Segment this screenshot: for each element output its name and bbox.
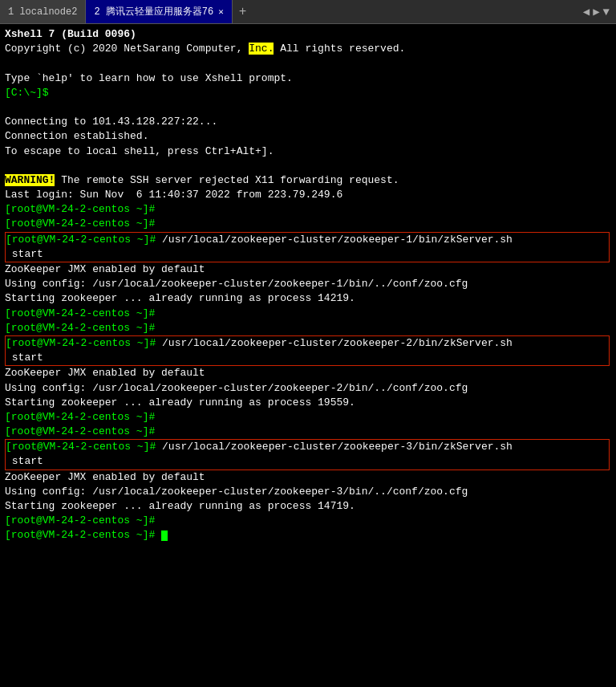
terminal-line: Xshell 7 (Build 0096)	[5, 27, 611, 42]
tab-tencent[interactable]: 2 腾讯云轻量应用服务器76 ✕	[86, 0, 232, 23]
terminal-line: Using config: /usr/local/zookeeper-clust…	[5, 381, 611, 396]
terminal-line-empty	[5, 56, 611, 71]
tab-bar: 1 localnode2 2 腾讯云轻量应用服务器76 ✕ + ◀ ▶ ▼	[0, 0, 616, 24]
terminal-line: ZooKeeper JMX enabled by default	[5, 470, 611, 485]
terminal-line: Starting zookeeper ... already running a…	[5, 499, 611, 514]
terminal-active-prompt: [root@VM-24-2-centos ~]#	[5, 528, 611, 543]
terminal-line: Connecting to 101.43.128.227:22...	[5, 115, 611, 129]
terminal-prompt-line: [root@VM-24-2-centos ~]#	[5, 321, 611, 335]
tab-nav-left[interactable]: ◀	[583, 5, 590, 18]
terminal-line: Connection established.	[5, 129, 611, 144]
tab-tencent-close[interactable]: ✕	[218, 6, 224, 17]
terminal-area[interactable]: Xshell 7 (Build 0096) Copyright (c) 2020…	[0, 24, 616, 687]
terminal-line: Using config: /usr/local/zookeeper-clust…	[5, 485, 611, 499]
terminal-line: Copyright (c) 2020 NetSarang Computer, I…	[5, 42, 611, 56]
tab-add-button[interactable]: +	[233, 0, 253, 23]
command-block-1: [root@VM-24-2-centos ~]# /usr/local/zook…	[5, 232, 610, 262]
terminal-line: ZooKeeper JMX enabled by default	[5, 262, 611, 277]
terminal-prompt-line: [root@VM-24-2-centos ~]#	[5, 514, 611, 528]
terminal-line: Last login: Sun Nov 6 11:40:37 2022 from…	[5, 188, 611, 202]
terminal-line: To escape to local shell, press Ctrl+Alt…	[5, 144, 611, 159]
tab-tencent-label: 2 腾讯云轻量应用服务器76	[94, 5, 213, 18]
terminal-line-empty	[5, 100, 611, 115]
command-block-3: [root@VM-24-2-centos ~]# /usr/local/zook…	[5, 439, 610, 470]
terminal-prompt-line: [root@VM-24-2-centos ~]#	[5, 307, 611, 321]
terminal-line: Starting zookeeper ... already running a…	[5, 291, 611, 306]
tab-localnode2-label: 1 localnode2	[8, 6, 77, 18]
terminal-line: ZooKeeper JMX enabled by default	[5, 366, 611, 380]
terminal-prompt-line: [root@VM-24-2-centos ~]#	[5, 217, 611, 231]
terminal-line: Type `help' to learn how to use Xshell p…	[5, 71, 611, 86]
terminal-line: Starting zookeeper ... already running a…	[5, 396, 611, 410]
tab-nav-dropdown[interactable]: ▼	[603, 6, 610, 18]
command-block-2: [root@VM-24-2-centos ~]# /usr/local/zook…	[5, 335, 610, 366]
terminal-line-empty	[5, 159, 611, 173]
terminal-prompt-line: [root@VM-24-2-centos ~]#	[5, 425, 611, 439]
terminal-prompt-line: [root@VM-24-2-centos ~]#	[5, 410, 611, 425]
terminal-cursor	[161, 530, 168, 541]
terminal-prompt-local: [C:\~]$	[5, 86, 611, 100]
tab-localnode2[interactable]: 1 localnode2	[0, 0, 86, 23]
terminal-line: Using config: /usr/local/zookeeper-clust…	[5, 277, 611, 291]
tab-navigation: ◀ ▶ ▼	[577, 0, 616, 23]
terminal-warning-line: WARNING! The remote SSH server rejected …	[5, 173, 611, 188]
tab-nav-right[interactable]: ▶	[593, 5, 599, 18]
terminal-prompt-line: [root@VM-24-2-centos ~]#	[5, 202, 611, 217]
